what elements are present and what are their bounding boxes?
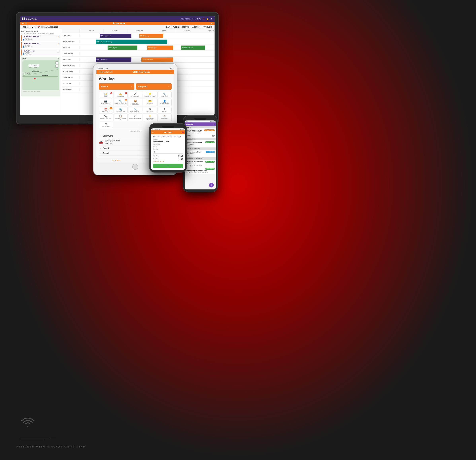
map-zoom-in[interactable]: +: [55, 61, 58, 64]
zapp-item-2[interactable]: 3 33884: [185, 134, 216, 138]
calendar-row-alex: Alex Humphreys 32222 Decommissioning: [62, 39, 214, 45]
prev-btn[interactable]: ◀: [32, 26, 33, 28]
timeline-btn[interactable]: TIMELINE: [202, 26, 213, 28]
action-lone-working[interactable]: 🧍 START LONE WORKING: [143, 114, 157, 121]
action-signature[interactable]: 1 ✍ SIGNATURE: [113, 92, 128, 98]
today-btn[interactable]: TODAY: [22, 26, 30, 28]
action-expense[interactable]: 💳 EXPENSE: [143, 99, 157, 106]
phone-part-content: What is the part/material you are using?…: [151, 134, 185, 170]
sidebar-task-1[interactable]: | INTERNAL TASK 0044 ✓ ← Assigned 👤 Paul…: [21, 35, 60, 41]
zapp-item-5[interactable]: ACCEPTED Southern-Py/Gerrards Cross 6784…: [185, 160, 216, 167]
quantity-field[interactable]: 1: [153, 150, 183, 154]
action-part-required[interactable]: 🔧 PART REQUIRED: [128, 107, 142, 113]
action-breakfix[interactable]: 0/1 🔧 BREAKFIX ANALYSIS: [113, 99, 128, 106]
close-icon[interactable]: ✕: [211, 22, 212, 25]
help-icon[interactable]: ❓: [203, 18, 205, 20]
tablet-back-label[interactable]: Solarvista LIVE: [99, 71, 112, 73]
item-4-badge: ASSIGNED: [206, 151, 214, 153]
sidebar-task-2[interactable]: | INTERNAL TASK 0042 ✓ ← Accepted 👤 Paul…: [21, 42, 60, 48]
map-zoom-out[interactable]: −: [55, 65, 58, 67]
event-alex-1[interactable]: 32222 Decommissioning: [96, 40, 167, 44]
action-missed-sla[interactable]: 0/1 ⏰ MISSED SLA: [99, 107, 113, 113]
event-alan-1[interactable]: 31661 Installation: [96, 58, 131, 62]
tablet-home-button[interactable]: [132, 164, 138, 170]
follow-up-label: REQUEST FOLLOW-UP: [114, 118, 127, 120]
action-knowledge[interactable]: 💡 ADD KNOWLEDGE: [143, 92, 157, 98]
settings-icon[interactable]: ⚙: [211, 18, 212, 20]
action-collect-equip[interactable]: 📦 COLLECT EQUIPMENT: [128, 99, 142, 106]
phone-confirm-button[interactable]: ✓: [153, 164, 183, 168]
phone-part-back[interactable]: ✕: [152, 131, 154, 134]
action-part-used[interactable]: ⚙ PART USED: [143, 107, 157, 113]
begin-arrow: →: [99, 134, 101, 137]
time-header-name: [62, 29, 80, 33]
tablet-topbar: ‹ Solarvista LIVE 54318 Field Repair ⋮: [96, 70, 174, 74]
event-yan-2[interactable]: 34737 Repair: [147, 46, 173, 50]
tab-activity[interactable]: ☰ Activity: [112, 159, 120, 161]
lone-working-icon: 🧍: [144, 115, 156, 117]
zapp-today-header: TODAY: [185, 126, 216, 128]
logo-grid-icon: [22, 17, 25, 20]
photo-icon: 📷: [100, 100, 112, 102]
task-3-checkbox[interactable]: [57, 50, 60, 52]
action-return-equip[interactable]: ↩ RETURN EQUIPMENT: [128, 114, 142, 121]
phone-part-outer: Tr › Thu 16 Jan ▌ 85% ✕ Part Used 1 What…: [149, 123, 187, 173]
event-yan-1[interactable]: 33688 Repair: [108, 46, 137, 50]
row-name-mort: Mort Urling: [62, 82, 80, 85]
phone-zapp-screen: 14:17 4G 85% Zappfree ⋮ TODAY TRAVELLING…: [185, 120, 216, 189]
product-value: Andalux L557 Front: [153, 141, 183, 143]
zapp-title: Zappfree: [186, 123, 193, 125]
action-extra-labour[interactable]: 👤 EXTRA LABOUR: [157, 99, 172, 106]
action-record-contact[interactable]: 📞 RECORD CONTACT: [99, 114, 113, 121]
map-area: MAP ▼ 0042 SURVEY Hide details ADDRESS I…: [21, 57, 60, 96]
notification-icon[interactable]: 🔔0: [206, 18, 209, 20]
action-done[interactable]: ✓ ACTION DONE: [128, 92, 142, 98]
time-slot-12: 12:00 PM: [175, 29, 199, 33]
action-attach-file[interactable]: 📎 ATTACH FILE: [157, 92, 172, 98]
action-waiting-time[interactable]: ⏱ WAITING TIME: [99, 122, 113, 128]
depart-arrow: →: [99, 147, 101, 150]
waiting-time-label: WAITING TIME: [100, 126, 112, 127]
map-copyright: ©2019 TomTom Improve this map: [23, 91, 59, 92]
action-take-break[interactable]: ☕ TAKE BREAK: [157, 114, 172, 121]
zapp-menu[interactable]: ⋮: [213, 123, 214, 125]
tagline-text: DESIGNED WITH INNOVATION IN MIND: [16, 445, 86, 448]
action-photo[interactable]: 📷 ATTACH PHOTO: [99, 99, 113, 106]
item-6-sub: SURVEY 67844Q Fr 17 Jan 16:00: [186, 172, 214, 173]
month-btn[interactable]: MONTH: [181, 26, 190, 28]
zapp-item-6[interactable]: ACCEPTED Scheinberger/Southampton SURVEY…: [185, 167, 216, 174]
event-paul-2[interactable]: 33653 Survey: [139, 33, 163, 38]
zapp-saturday-header: SATURDAY 17 JANUARY: [185, 157, 216, 160]
event-yan-3[interactable]: 32009 Installation: [181, 46, 205, 50]
time-slot-11: 11:00 AM: [151, 29, 175, 33]
week-btn[interactable]: WEEK: [172, 26, 180, 28]
day-btn[interactable]: DAY: [165, 26, 171, 28]
refresh-icon[interactable]: ↻: [22, 22, 24, 25]
map-toggle[interactable]: ▼: [58, 58, 59, 60]
suspend-button[interactable]: Suspend →: [136, 83, 172, 90]
phone-part-status: Tr › Thu 16 Jan ▌ 85%: [151, 128, 185, 130]
task-2-checkbox[interactable]: ✓: [57, 43, 60, 45]
phone-part-screen: Tr › Thu 16 Jan ▌ 85% ✕ Part Used 1 What…: [151, 128, 185, 170]
zapp-item-1[interactable]: TRAVELLING DachsEad Grinstead INSTALLATI…: [185, 128, 216, 134]
filter-icon[interactable]: ▽: [25, 22, 27, 25]
action-quote[interactable]: $ QUOTE: [157, 107, 172, 113]
tablet-menu-icon[interactable]: ⋮: [170, 71, 172, 73]
row-name-paul: Paul Adams: [62, 34, 80, 37]
map-address-link[interactable]: Hide details: [29, 67, 37, 68]
row-name-alex: Alex Humphreys: [62, 40, 80, 43]
agenda-btn[interactable]: AGENDA: [191, 26, 201, 28]
action-part-collect[interactable]: 🔩 PART COLLECT: [113, 107, 128, 113]
event-alan-2[interactable]: 33122 Installation: [141, 58, 173, 62]
return-button[interactable]: Return →: [99, 83, 134, 90]
zapp-item-3[interactable]: ACCEPTED Stanton-Stacbe/High Wycombe 378…: [185, 140, 216, 148]
task-1-checkbox[interactable]: ✓: [57, 36, 60, 38]
action-notes[interactable]: 1 📝 NOTES: [99, 92, 113, 98]
breakfix-badge: 0/1: [125, 99, 127, 101]
zapp-item-4[interactable]: ASSIGNED Silicon Master/High Wycombe 378…: [185, 150, 216, 157]
next-btn[interactable]: ▶: [34, 26, 36, 28]
event-paul-1[interactable]: 33663 Installation: [100, 33, 131, 38]
action-follow-up[interactable]: 📋 REQUEST FOLLOW-UP: [113, 114, 128, 121]
zapp-fab-button[interactable]: +: [209, 183, 214, 187]
sidebar-task-3[interactable]: | SURVEY 0042 ← Assigned 👤 Paul Adams: [21, 50, 60, 55]
